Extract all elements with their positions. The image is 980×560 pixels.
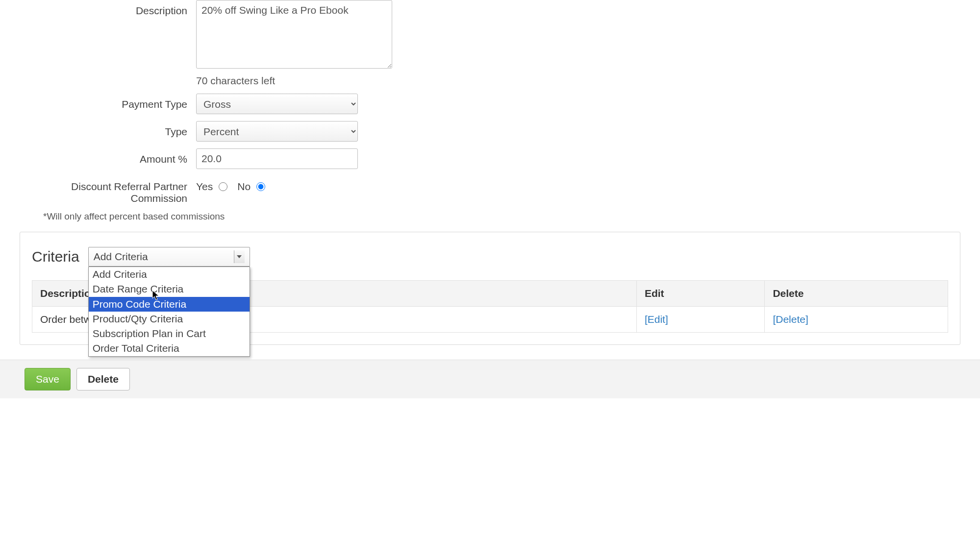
criteria-option[interactable]: Promo Code Criteria	[89, 297, 250, 312]
add-criteria-select[interactable]: Add Criteria	[88, 247, 250, 267]
criteria-option[interactable]: Product/Qty Criteria	[89, 312, 250, 326]
no-label: No	[237, 181, 251, 193]
no-radio[interactable]	[256, 182, 265, 191]
save-button[interactable]: Save	[25, 368, 71, 390]
delete-button[interactable]: Delete	[76, 368, 130, 390]
criteria-option[interactable]: Date Range Criteria	[89, 282, 250, 296]
table-header-edit: Edit	[636, 281, 765, 307]
payment-type-label: Payment Type	[20, 94, 196, 110]
criteria-option[interactable]: Order Total Criteria	[89, 341, 250, 356]
criteria-option[interactable]: Add Criteria	[89, 267, 250, 282]
payment-type-select[interactable]: Gross	[196, 94, 358, 114]
criteria-panel: Criteria Add Criteria Add CriteriaDate R…	[20, 232, 960, 345]
yes-label: Yes	[196, 181, 213, 193]
type-select[interactable]: Percent	[196, 121, 358, 142]
criteria-title: Criteria	[32, 248, 79, 265]
amount-input[interactable]	[196, 148, 358, 169]
description-label: Description	[20, 0, 196, 17]
type-label: Type	[20, 121, 196, 138]
footer-bar: Save Delete	[0, 360, 980, 398]
amount-label: Amount %	[20, 148, 196, 165]
criteria-dropdown: Add CriteriaDate Range CriteriaPromo Cod…	[88, 267, 250, 357]
edit-link[interactable]: [Edit]	[645, 314, 668, 325]
commission-hint: *Will only affect percent based commissi…	[43, 211, 960, 222]
discount-commission-label: Discount Referral Partner Commission	[20, 176, 196, 204]
chevron-down-icon[interactable]	[234, 250, 245, 263]
table-header-delete: Delete	[765, 281, 948, 307]
delete-link[interactable]: [Delete]	[773, 314, 808, 325]
add-criteria-selected-value: Add Criteria	[94, 251, 148, 263]
criteria-option[interactable]: Subscription Plan in Cart	[89, 326, 250, 341]
characters-left: 70 characters left	[196, 75, 392, 87]
yes-radio[interactable]	[219, 182, 227, 191]
description-textarea[interactable]	[196, 0, 392, 69]
